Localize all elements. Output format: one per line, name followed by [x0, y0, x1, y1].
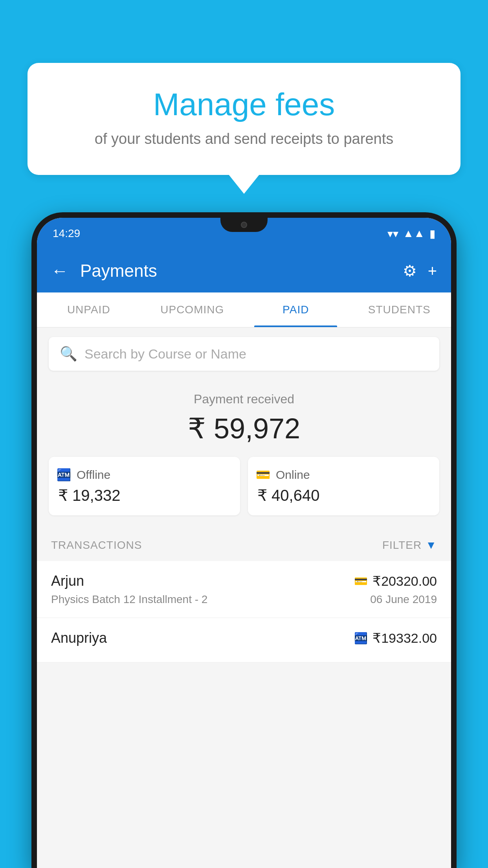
payment-total-amount: ₹ 59,972: [49, 412, 439, 445]
filter-button[interactable]: FILTER ▼: [382, 539, 437, 552]
payment-cards: 🏧 Offline ₹ 19,332 💳 Online ₹ 40,640: [49, 457, 439, 515]
offline-label: Offline: [77, 468, 110, 482]
card-payment-icon: 💳: [354, 575, 368, 588]
transaction-bottom: Physics Batch 12 Installment - 2 06 June…: [51, 593, 437, 606]
online-label: Online: [276, 468, 310, 482]
tab-students[interactable]: STUDENTS: [348, 292, 451, 327]
back-button[interactable]: ←: [51, 262, 68, 280]
transactions-header: TRANSACTIONS FILTER ▼: [37, 530, 451, 561]
transaction-top: Arjun 💳 ₹20320.00: [51, 573, 437, 589]
filter-label: FILTER: [382, 539, 422, 552]
cash-payment-icon: 🏧: [354, 632, 368, 645]
status-bar: 14:29 ▾▾ ▲▲ ▮: [37, 218, 451, 249]
settings-button[interactable]: ⚙: [403, 262, 417, 280]
tab-paid[interactable]: PAID: [244, 292, 348, 327]
search-box[interactable]: 🔍 Search by Course or Name: [49, 337, 439, 371]
app-bar: ← Payments ⚙ +: [37, 249, 451, 292]
transaction-list: Arjun 💳 ₹20320.00 Physics Batch 12 Insta…: [37, 561, 451, 662]
online-card-header: 💳 Online: [256, 468, 431, 482]
battery-icon: ▮: [429, 227, 435, 240]
status-icons: ▾▾ ▲▲ ▮: [387, 227, 435, 240]
table-row[interactable]: Arjun 💳 ₹20320.00 Physics Batch 12 Insta…: [37, 561, 451, 618]
wifi-icon: ▾▾: [387, 227, 398, 240]
filter-icon: ▼: [426, 539, 437, 552]
transaction-date: 06 June 2019: [370, 593, 437, 606]
phone-frame: 14:29 ▾▾ ▲▲ ▮ ← Payments ⚙ + UNPAID UPCO…: [31, 212, 457, 868]
amount-wrap: 💳 ₹20320.00: [354, 573, 437, 589]
table-row[interactable]: Anupriya 🏧 ₹19332.00: [37, 618, 451, 662]
bubble-subtitle: of your students and send receipts to pa…: [51, 131, 437, 147]
tab-unpaid[interactable]: UNPAID: [37, 292, 141, 327]
online-card: 💳 Online ₹ 40,640: [248, 457, 439, 515]
student-name: Arjun: [51, 573, 84, 589]
speech-bubble: Manage fees of your students and send re…: [28, 63, 460, 175]
add-button[interactable]: +: [428, 262, 437, 280]
notch-cutout: [220, 218, 268, 232]
bubble-title: Manage fees: [51, 86, 437, 123]
offline-card-header: 🏧 Offline: [57, 468, 232, 482]
student-name: Anupriya: [51, 630, 107, 646]
transactions-label: TRANSACTIONS: [51, 539, 142, 552]
course-name: Physics Batch 12 Installment - 2: [51, 593, 207, 606]
transaction-amount: ₹19332.00: [372, 630, 437, 646]
tab-upcoming[interactable]: UPCOMING: [141, 292, 244, 327]
offline-icon: 🏧: [57, 468, 71, 482]
phone-inner: 14:29 ▾▾ ▲▲ ▮ ← Payments ⚙ + UNPAID UPCO…: [37, 218, 451, 868]
signal-icon: ▲▲: [403, 227, 425, 240]
payment-summary: Payment received ₹ 59,972 🏧 Offline ₹ 19…: [37, 380, 451, 530]
payment-received-label: Payment received: [49, 392, 439, 406]
transaction-amount: ₹20320.00: [372, 573, 437, 589]
status-time: 14:29: [53, 227, 80, 240]
online-icon: 💳: [256, 468, 270, 482]
search-input[interactable]: Search by Course or Name: [84, 346, 246, 362]
camera: [241, 222, 247, 228]
online-amount: ₹ 40,640: [256, 486, 431, 504]
offline-amount: ₹ 19,332: [57, 486, 232, 504]
transaction-top: Anupriya 🏧 ₹19332.00: [51, 630, 437, 646]
search-area: 🔍 Search by Course or Name: [37, 327, 451, 380]
page-title: Payments: [80, 261, 391, 281]
offline-card: 🏧 Offline ₹ 19,332: [49, 457, 240, 515]
search-icon: 🔍: [60, 346, 77, 362]
amount-wrap: 🏧 ₹19332.00: [354, 630, 437, 646]
tabs-bar: UNPAID UPCOMING PAID STUDENTS: [37, 292, 451, 327]
app-bar-actions: ⚙ +: [403, 262, 437, 280]
